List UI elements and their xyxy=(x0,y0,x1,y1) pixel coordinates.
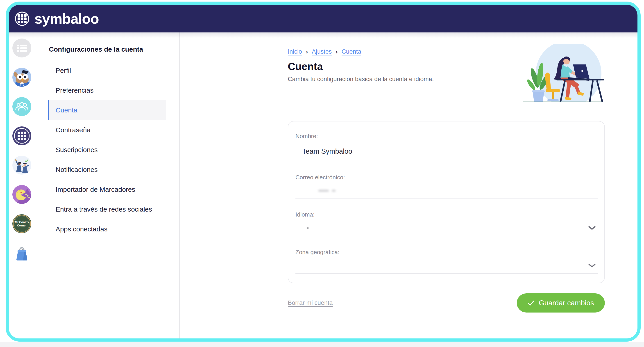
cooks-corner-avatar[interactable]: Mr.Cook's Corner xyxy=(12,214,31,233)
group-icon[interactable] xyxy=(12,97,31,116)
symbaloo-grid-avatar[interactable] xyxy=(12,126,31,145)
app-frame: symbaloo xyxy=(6,2,640,341)
menu-item-contrasena[interactable]: Contraseña xyxy=(48,120,166,140)
breadcrumb-ajustes[interactable]: Ajustes xyxy=(312,48,332,55)
name-label: Nombre: xyxy=(296,133,598,140)
shop-bag-icon[interactable] xyxy=(12,244,31,262)
language-label: Idioma: xyxy=(296,211,598,218)
check-icon xyxy=(528,300,534,306)
breadcrumb-separator-icon: › xyxy=(336,48,338,56)
account-form-card: Nombre: Correo electrónico: Idioma: xyxy=(288,121,605,283)
graduates-avatar[interactable] xyxy=(12,156,31,175)
symbaloo-logo-icon[interactable] xyxy=(15,11,30,26)
chalkboard-icon xyxy=(12,214,31,233)
brand-wordmark[interactable]: symbaloo xyxy=(34,11,99,27)
timezone-label: Zona geográfica: xyxy=(296,249,598,256)
menu-item-apps-conectadas[interactable]: Apps conectadas xyxy=(48,219,166,239)
menu-item-redes-sociales[interactable]: Entra a través de redes sociales xyxy=(48,199,166,219)
redacted-email-smudge xyxy=(332,190,336,192)
name-input[interactable] xyxy=(302,147,596,155)
timezone-field: Zona geográfica: xyxy=(296,249,598,274)
redacted-email-smudge xyxy=(318,190,329,192)
settings-menu: Configuraciones de la cuenta Perfil Pref… xyxy=(35,33,180,338)
email-input[interactable] xyxy=(296,189,598,198)
language-field: Idioma: xyxy=(296,211,598,236)
redacted-language-smudge xyxy=(307,227,308,229)
webmix-list-icon[interactable] xyxy=(12,39,31,58)
main-content: Inicio › Ajustes › Cuenta Cuenta Cambia … xyxy=(180,33,638,338)
top-navbar: symbaloo xyxy=(9,5,638,33)
name-field: Nombre: xyxy=(296,133,598,161)
page-bottom-strip xyxy=(0,342,644,347)
language-select[interactable] xyxy=(296,226,598,236)
settings-menu-header: Configuraciones de la cuenta xyxy=(49,46,179,53)
breadcrumb-inicio[interactable]: Inicio xyxy=(288,48,302,55)
save-button[interactable]: Guardar cambios xyxy=(517,293,605,312)
chevron-down-icon[interactable] xyxy=(588,263,596,268)
breadcrumb-cuenta[interactable]: Cuenta xyxy=(342,48,361,55)
chevron-down-icon[interactable] xyxy=(588,226,596,230)
avatar-rail: Mr.Cook's Corner xyxy=(9,33,35,338)
save-button-label: Guardar cambios xyxy=(539,299,594,307)
timezone-select[interactable] xyxy=(296,263,598,274)
menu-item-notificaciones[interactable]: Notificaciones xyxy=(48,160,166,180)
menu-item-suscripciones[interactable]: Suscripciones xyxy=(48,140,166,160)
delete-account-link[interactable]: Borrar mi cuenta xyxy=(288,299,333,306)
email-field: Correo electrónico: xyxy=(296,174,598,198)
menu-item-perfil[interactable]: Perfil xyxy=(48,61,166,81)
breadcrumb-separator-icon: › xyxy=(306,48,308,56)
email-label: Correo electrónico: xyxy=(296,174,598,181)
actions-row: Borrar mi cuenta Guardar cambios xyxy=(288,293,605,312)
owl-avatar[interactable] xyxy=(12,68,31,87)
pacman-avatar[interactable] xyxy=(12,185,31,204)
menu-item-cuenta[interactable]: Cuenta xyxy=(48,100,166,120)
menu-item-importador[interactable]: Importador de Marcadores xyxy=(48,180,166,199)
menu-item-preferencias[interactable]: Preferencias xyxy=(48,81,166,100)
desk-illustration xyxy=(521,44,605,103)
